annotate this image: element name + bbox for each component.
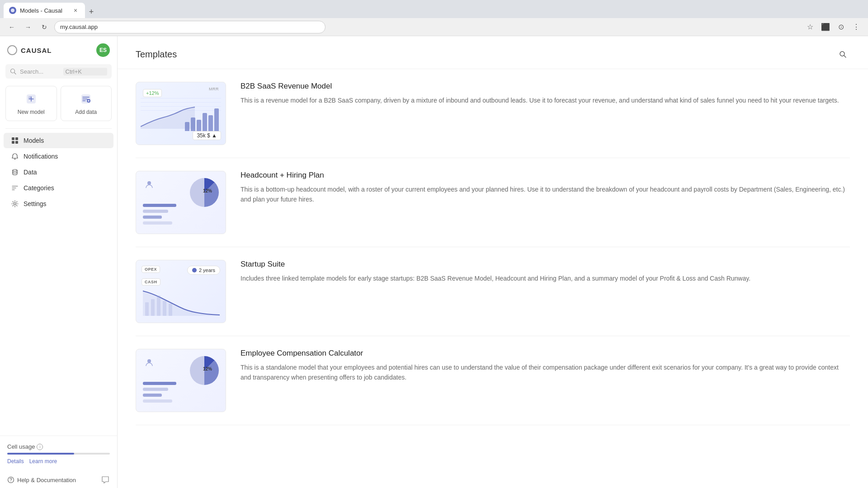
cell-usage-actions: Details Learn more xyxy=(7,458,110,465)
svg-rect-7 xyxy=(12,137,14,140)
data-icon xyxy=(11,168,19,176)
forward-button[interactable]: → xyxy=(22,21,34,33)
search-bar[interactable]: Search... Ctrl+K xyxy=(5,64,112,79)
add-data-button[interactable]: Add data xyxy=(61,86,112,121)
svg-point-15 xyxy=(840,52,844,56)
svg-rect-8 xyxy=(15,137,18,140)
svg-line-16 xyxy=(844,56,846,57)
new-model-button[interactable]: New model xyxy=(5,86,57,121)
emp-avatar xyxy=(144,357,154,369)
usage-bar xyxy=(7,453,110,455)
active-tab[interactable]: Models - Causal × xyxy=(4,3,85,18)
help-link[interactable]: Help & Documentation xyxy=(7,476,76,483)
add-data-label: Add data xyxy=(75,109,97,115)
hc-percent: 12% xyxy=(203,188,212,193)
b2b-badge: +12% xyxy=(143,89,162,97)
models-icon xyxy=(11,136,19,145)
add-data-icon xyxy=(79,92,93,106)
svg-line-2 xyxy=(14,73,16,75)
svg-point-23 xyxy=(147,359,151,363)
template-preview-headcount: 12% xyxy=(136,171,226,234)
cell-usage-info-icon[interactable]: i xyxy=(37,444,43,450)
template-item-headcount[interactable]: 12% xyxy=(136,158,850,247)
details-link[interactable]: Details xyxy=(7,458,24,465)
usage-fill xyxy=(7,453,74,455)
bookmark-icon[interactable]: ☆ xyxy=(804,21,816,33)
browser-tabs: Models - Causal × + xyxy=(4,0,98,18)
template-title-startup: Startup Suite xyxy=(241,260,850,269)
tab-favicon xyxy=(9,7,16,14)
tab-title: Models - Causal xyxy=(20,7,62,14)
sidebar-item-notifications[interactable]: Notifications xyxy=(4,149,113,164)
emp-percent: 12% xyxy=(203,366,212,371)
hc-avatar xyxy=(144,179,154,191)
search-placeholder: Search... xyxy=(20,68,60,75)
template-item-startup[interactable]: OPEX CASH 2 years xyxy=(136,247,850,336)
back-button[interactable]: ← xyxy=(5,21,18,33)
b2b-mrr-label: MRR xyxy=(209,87,219,91)
tab-close-button[interactable]: × xyxy=(71,6,80,14)
sidebar-item-notifications-label: Notifications xyxy=(24,153,58,160)
help-label: Help & Documentation xyxy=(17,477,76,483)
sidebar-item-data-label: Data xyxy=(24,169,37,176)
reload-button[interactable]: ↻ xyxy=(38,21,51,33)
template-info-headcount: Headcount + Hiring Plan This is a bottom… xyxy=(241,171,850,205)
new-tab-button[interactable]: + xyxy=(85,5,98,18)
sidebar-item-settings[interactable]: Settings xyxy=(4,196,113,211)
main-header: Templates xyxy=(118,36,868,69)
sidebar-item-categories-label: Categories xyxy=(24,184,54,192)
main-content: Templates +12% MRR xyxy=(118,36,868,488)
templates-list: +12% MRR xyxy=(118,69,868,425)
template-info-employee: Employee Compensation Calculator This is… xyxy=(241,349,850,383)
template-preview-b2b: +12% MRR xyxy=(136,82,226,145)
svg-rect-9 xyxy=(12,141,14,144)
address-bar[interactable]: my.causal.app xyxy=(54,21,326,33)
extensions-icon[interactable]: ⬛ xyxy=(819,21,832,33)
sidebar-nav: Models Notifications xyxy=(0,132,117,212)
sidebar-footer: Help & Documentation xyxy=(0,472,117,488)
browser-toolbar: ← → ↻ my.causal.app ☆ ⬛ ⊙ ⋮ xyxy=(0,18,868,36)
sidebar-header: CAUSAL ES xyxy=(0,36,117,64)
template-title-employee: Employee Compensation Calculator xyxy=(241,349,850,358)
search-button[interactable] xyxy=(835,47,850,61)
chat-icon[interactable] xyxy=(101,475,110,484)
svg-point-11 xyxy=(13,169,17,171)
svg-rect-21 xyxy=(163,301,166,316)
notifications-icon xyxy=(11,152,19,160)
sidebar: CAUSAL ES Search... Ctrl+K xyxy=(0,36,118,488)
search-shortcut: Ctrl+K xyxy=(63,68,108,75)
menu-icon[interactable]: ⋮ xyxy=(850,21,863,33)
logo-icon xyxy=(7,45,17,55)
app: CAUSAL ES Search... Ctrl+K xyxy=(0,36,868,488)
browser-chrome: Models - Causal × + xyxy=(0,0,868,18)
sidebar-item-settings-label: Settings xyxy=(24,200,47,207)
svg-rect-4 xyxy=(28,96,31,99)
hc-progress-bars xyxy=(143,204,185,225)
url-text: my.causal.app xyxy=(60,23,98,30)
avatar[interactable]: ES xyxy=(96,43,110,57)
logo: CAUSAL xyxy=(7,45,52,55)
sidebar-item-data[interactable]: Data xyxy=(4,164,113,180)
svg-point-12 xyxy=(14,203,16,205)
learn-more-link[interactable]: Learn more xyxy=(29,458,57,465)
cash-badge: CASH xyxy=(142,278,160,286)
template-item-employee[interactable]: 12% xyxy=(136,336,850,425)
profile-icon[interactable]: ⊙ xyxy=(835,21,847,33)
sidebar-item-categories[interactable]: Categories xyxy=(4,180,113,196)
toolbar-right: ☆ ⬛ ⊙ ⋮ xyxy=(804,21,863,33)
template-info-b2b: B2B SaaS Revenue Model This is a revenue… xyxy=(241,82,850,105)
new-model-icon xyxy=(24,92,38,106)
template-item-b2b[interactable]: +12% MRR xyxy=(136,69,850,158)
template-desc-startup: Includes three linked template models fo… xyxy=(241,273,850,283)
svg-point-17 xyxy=(147,181,151,185)
svg-rect-19 xyxy=(151,299,155,316)
sidebar-bottom: Cell usage i Details Learn more xyxy=(0,436,117,472)
opex-badge: OPEX xyxy=(142,266,160,273)
search-icon xyxy=(10,68,16,75)
svg-point-14 xyxy=(10,481,11,482)
years-dot xyxy=(192,268,197,272)
template-preview-employee: 12% xyxy=(136,349,226,412)
svg-rect-10 xyxy=(15,141,18,144)
svg-rect-18 xyxy=(145,302,149,316)
sidebar-item-models[interactable]: Models xyxy=(4,133,113,148)
